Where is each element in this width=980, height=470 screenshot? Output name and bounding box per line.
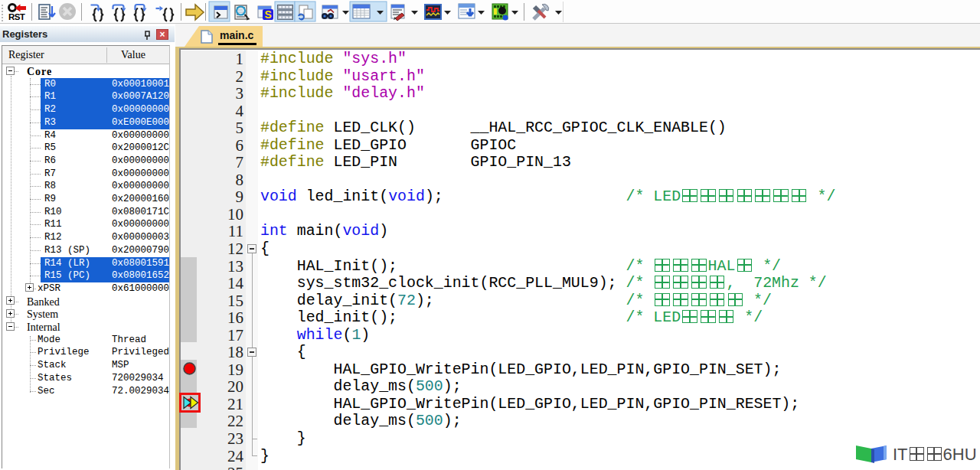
- svg-text:S: S: [265, 8, 272, 21]
- svg-text:RST: RST: [8, 12, 25, 21]
